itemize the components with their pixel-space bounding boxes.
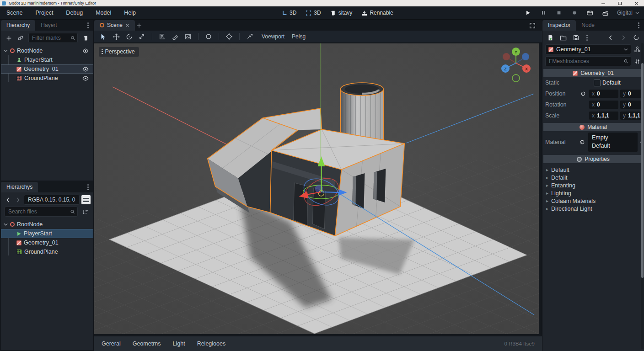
rgba-value-field[interactable]: [24, 195, 80, 205]
fullscreen-icon[interactable]: [528, 21, 537, 30]
tab-hierarchy[interactable]: Hierarchy: [1, 20, 35, 31]
orientation-gizmo[interactable]: Y X Z: [499, 46, 532, 85]
properties-section-header[interactable]: Properties: [543, 155, 643, 163]
search-files-input[interactable]: [7, 208, 70, 215]
tower-cylinder-mesh[interactable]: [340, 83, 383, 140]
panel-menu-icon[interactable]: [636, 22, 641, 29]
close-tab-icon[interactable]: [125, 23, 129, 27]
gizmo-z-arrow[interactable]: [321, 192, 339, 192]
rennable-button[interactable]: Rennable: [361, 10, 393, 16]
tab-hierarchys[interactable]: Hierarchys: [1, 182, 38, 192]
filter-nodes-field[interactable]: [28, 33, 78, 43]
filter-input[interactable]: [31, 34, 70, 42]
transform-snap-tool[interactable]: [244, 32, 255, 41]
property-group-lighting[interactable]: ▸Lighting: [542, 189, 644, 197]
property-group-colaam-materials[interactable]: ▸Colaam Materials: [542, 197, 644, 205]
static-checkbox[interactable]: [594, 80, 601, 86]
menu-debug[interactable]: Debug: [66, 10, 83, 16]
tab-node[interactable]: Node: [576, 20, 600, 31]
pause-button[interactable]: [539, 9, 547, 17]
select-tool[interactable]: [98, 32, 109, 41]
bottom-tab-relegiooes[interactable]: Relegiooes: [197, 340, 226, 347]
tree-item-geometry01[interactable]: Geometry_01: [1, 238, 93, 247]
material-section-header[interactable]: Material: [543, 123, 643, 131]
save-resource-icon[interactable]: [572, 33, 580, 42]
axis-neg-x-ball[interactable]: [503, 53, 510, 60]
rotate-tool[interactable]: [123, 32, 134, 41]
axis-neg-y-ball[interactable]: [512, 74, 520, 82]
perspective-menu[interactable]: Perspective: [99, 47, 139, 57]
window-titlebar[interactable]: Godot 2D mariinimdersom - TImrert/Unity …: [0, 0, 644, 6]
menu-model[interactable]: Model: [96, 10, 111, 16]
axis-neg-z-ball[interactable]: [522, 53, 529, 60]
script-mode-button[interactable]: sitavy: [330, 10, 353, 16]
rgba-input[interactable]: [27, 196, 76, 203]
nav-back-icon[interactable]: [4, 196, 12, 204]
filter-properties-input[interactable]: [548, 58, 623, 65]
chevron-down-icon[interactable]: [4, 223, 8, 226]
play-button[interactable]: [524, 9, 532, 17]
sort-filter-icon[interactable]: [81, 207, 90, 216]
viewport-3d-scene[interactable]: [94, 43, 539, 334]
instance-link-icon[interactable]: [16, 34, 25, 42]
tree-item-rootnode[interactable]: RootNode: [1, 220, 93, 229]
menu-project[interactable]: Project: [35, 10, 53, 16]
new-tab-icon[interactable]: [135, 21, 143, 30]
visibility-eye-icon[interactable]: [81, 47, 90, 55]
layers-icon[interactable]: [81, 195, 91, 204]
chevron-down-icon[interactable]: [4, 49, 8, 53]
preset-dropdown[interactable]: Gigital: [617, 10, 639, 16]
menu-scene[interactable]: Scene: [6, 10, 22, 16]
position-y-field[interactable]: y0: [620, 90, 641, 98]
scale-tool[interactable]: [136, 32, 147, 41]
property-group-defaiit[interactable]: ▸Defaiit: [542, 174, 644, 181]
stop-button[interactable]: [555, 9, 563, 17]
scale-y-field[interactable]: y1,1,1: [620, 112, 641, 120]
move-tool[interactable]: [111, 32, 122, 41]
scale-x-field[interactable]: x1,1,1: [589, 112, 618, 120]
resource-menu-icon[interactable]: [585, 34, 590, 41]
tree-item-groundplane[interactable]: GroundPlane: [1, 74, 93, 83]
pelsg-menu[interactable]: Pelsg: [292, 33, 306, 40]
clapper-icon[interactable]: [601, 9, 610, 17]
movie-maker-icon[interactable]: [586, 9, 594, 17]
panel-menu-icon[interactable]: [86, 22, 91, 29]
load-resource-icon[interactable]: [559, 33, 567, 42]
tree-item-groundplane[interactable]: GroundPlane: [1, 247, 93, 256]
rotation-x-field[interactable]: x0: [589, 101, 618, 109]
sliders-icon[interactable]: [633, 57, 641, 65]
visibility-eye-icon[interactable]: [81, 74, 90, 82]
3d-viewport[interactable]: Perspective Y X Z: [94, 43, 539, 334]
property-group-default[interactable]: ▸Default: [542, 166, 644, 174]
bottom-tab-gereral[interactable]: Gereral: [102, 340, 121, 347]
tree-item-rootnode[interactable]: RootNode: [1, 46, 93, 55]
lattice-tool[interactable]: [224, 32, 235, 41]
tree-item-playerstart[interactable]: PlayerStart: [1, 55, 93, 64]
frame-3d-button[interactable]: 3D: [306, 10, 321, 16]
visibility-eye-icon[interactable]: [81, 65, 90, 73]
tree-item-playerstart-selected[interactable]: PlayerStart: [1, 229, 93, 238]
material-dropdown[interactable]: Empty Default: [588, 133, 638, 151]
mode-3d-button[interactable]: 3D: [281, 10, 296, 16]
add-node-button[interactable]: [5, 34, 13, 42]
object-section-header[interactable]: Geometry_01: [543, 69, 643, 77]
filter-properties-field[interactable]: [545, 56, 631, 66]
revert-icon[interactable]: [578, 138, 586, 146]
menu-help[interactable]: Help: [124, 10, 136, 16]
revert-icon[interactable]: [579, 90, 587, 98]
inspector-scrollbar[interactable]: [641, 43, 644, 349]
bottom-tab-light[interactable]: Light: [173, 340, 185, 347]
property-group-directional-light[interactable]: ▸Directional Light: [542, 205, 644, 213]
maximize-button[interactable]: [617, 1, 622, 5]
tree-item-geometry01-selected[interactable]: Geometry_01: [1, 64, 93, 74]
bottom-tab-geometrns[interactable]: Geometrns: [133, 340, 161, 347]
texture-tool[interactable]: [182, 32, 193, 41]
tab-inspector[interactable]: Inspector: [542, 20, 576, 31]
script-icon[interactable]: [81, 34, 90, 42]
sphere-tool[interactable]: [203, 32, 214, 41]
history-back-icon[interactable]: [606, 33, 615, 42]
history-forward-icon[interactable]: [619, 33, 628, 42]
nav-forward-icon[interactable]: [14, 196, 22, 204]
paint-tool[interactable]: [170, 32, 181, 41]
record-button[interactable]: [570, 9, 579, 17]
